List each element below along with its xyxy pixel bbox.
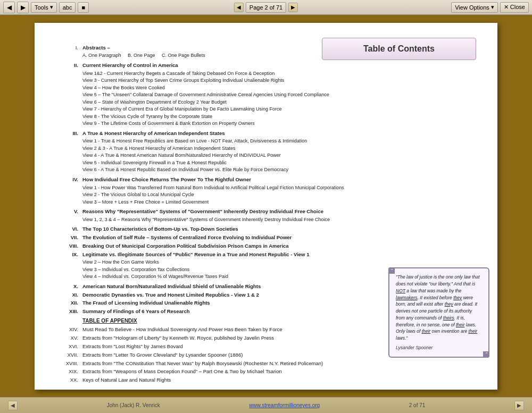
section-iii-title: A True & Honest Hierarchy of American In… xyxy=(82,130,367,137)
quote-they1: they xyxy=(453,295,462,300)
section-xiv-row: XIV. Must Read To Believe - How Individu… xyxy=(56,326,367,333)
view-options-label: View Options xyxy=(455,4,489,11)
section-iii-sub1: View 1 - True & Honest Free Republics ar… xyxy=(56,138,367,145)
section-iv-sub1: View 1 - How Power Was Transferred From … xyxy=(56,184,367,192)
statusbar-author: John (Jack) R. Venrick xyxy=(107,402,160,408)
section-v-sub1: View 1, 2, 3 & 4 – Reasons Why "Represen… xyxy=(56,216,367,224)
appendix-header: TABLE OF APPENDIX xyxy=(82,317,367,325)
section-xiv-num: XIV. xyxy=(56,326,82,333)
quote-lawmakers: lawmakers xyxy=(396,295,418,300)
section-iii-num: III. xyxy=(56,130,82,137)
abc-button[interactable]: abc xyxy=(59,2,76,13)
toolbar: ◀ ▶ Tools ▾ abc ■ ◀ Page 2 of 71 ▶ View … xyxy=(0,0,532,15)
section-xx-num: XX. xyxy=(56,376,82,384)
section-xvii-title: Extracts from "Letter To Grover Clevelan… xyxy=(82,351,367,359)
section-ii-sub7: View 8 - The Vicious Cycle of Tyranny by… xyxy=(56,113,367,121)
section-xi-num: XI. xyxy=(56,291,82,299)
section-xiii-row: XIII. Summary of Findings of 6 Years of … xyxy=(56,308,367,315)
section-iii-row: III. A True & Honest Hierarchy of Americ… xyxy=(56,130,367,137)
section-ii-sub1: View 1&2 - Current Hierarchy Begets a Ca… xyxy=(56,70,367,78)
section-iii-sub4: View 5 - Individual Sovereignty Firewall… xyxy=(56,159,367,167)
quote-box: " "The law of justice is the one only la… xyxy=(388,267,489,357)
section-x-num: X. xyxy=(56,283,82,290)
section-xv-num: XV. xyxy=(56,334,82,342)
section-viii-num: VIII. xyxy=(56,242,82,250)
section-ix-sub2: View 3 – Individual vs. Corporation Tax … xyxy=(56,266,367,274)
section-xviii-title: Extracts from "The CONstitution That Nev… xyxy=(82,360,367,367)
quote-text: "The law of justice is the one only law … xyxy=(396,274,482,342)
quote-their1: their xyxy=(456,322,465,327)
view-options-button[interactable]: View Options ▾ xyxy=(451,2,498,13)
section-v-num: V. xyxy=(56,208,82,215)
section-ix-num: IX. xyxy=(56,251,82,258)
section-ix-title: Legitimate vs. Illegitimate Sources of "… xyxy=(82,251,367,258)
statusbar-prev-btn[interactable]: ◀ xyxy=(8,401,18,410)
section-xviii-num: XVIII. xyxy=(56,360,82,367)
section-viii-title: Breaking Out of Municipal Corporation Po… xyxy=(82,242,367,250)
section-i-num: I. xyxy=(56,44,82,52)
section-ii-row: II. Current Hierarchy of Control in Amer… xyxy=(56,62,367,69)
section-vi-title: The Top 10 Characteristics of Bottom-Up … xyxy=(82,225,367,233)
section-iii-sub5: View 6 - A True & Honest Republic Based … xyxy=(56,166,367,174)
section-i-sub: A. One Paragraph B. One Page C. One Page… xyxy=(56,52,367,60)
section-ix-sub1: View 2 – How the Con Game Works xyxy=(56,259,367,266)
section-xx-title: Keys of Natural Law and Natural Rights xyxy=(82,376,367,384)
quote-their3: their xyxy=(469,328,478,334)
section-viii-row: VIII. Breaking Out of Municipal Corporat… xyxy=(56,242,367,250)
quote-not: NOT xyxy=(396,288,405,293)
statusbar: ◀ John (Jack) R. Venrick www.streamformi… xyxy=(0,397,532,413)
toolbar-right: View Options ▾ ✕ Close xyxy=(451,2,529,13)
section-xv-title: Extracts from "Hologram of Liberty" by K… xyxy=(82,334,367,342)
quote-corner-tl: " xyxy=(388,267,395,274)
quote-their2: their xyxy=(422,328,431,334)
statusbar-nav-right: ▶ xyxy=(514,401,524,410)
close-label: ✕ Close xyxy=(504,4,525,11)
extra-tool-button[interactable]: ■ xyxy=(78,2,89,13)
section-xvi-num: XVI. xyxy=(56,343,82,350)
section-xvi-title: Extracts from "Lost Rights" by James Bov… xyxy=(82,343,367,350)
quote-they2: they xyxy=(445,301,453,307)
section-xx-row: XX. Keys of Natural Law and Natural Righ… xyxy=(56,376,367,384)
forward-icon[interactable]: ▶ xyxy=(17,2,29,13)
section-xi-row: XI. Democratic Dynasties vs. True and Ho… xyxy=(56,291,367,299)
section-iv-num: IV. xyxy=(56,176,82,183)
toolbar-left: ◀ ▶ Tools ▾ abc ■ xyxy=(3,2,449,13)
view-options-arrow: ▾ xyxy=(491,4,494,11)
statusbar-next-btn[interactable]: ▶ xyxy=(514,401,524,410)
page-info: Page 2 of 71 xyxy=(246,2,286,13)
section-ix-sub3: View 4 – Individual vs. Corporation % of… xyxy=(56,273,367,281)
statusbar-link[interactable]: www.streamformillioneyes.org xyxy=(249,402,320,408)
section-xii-row: XII. The Fraud of Licensing Individual U… xyxy=(56,299,367,307)
tools-button[interactable]: Tools ▾ xyxy=(31,2,57,13)
close-button[interactable]: ✕ Close xyxy=(500,2,529,13)
section-i-row: I. Abstracts – xyxy=(56,44,367,52)
main-area: Table of Contents I. Abstracts – A. One … xyxy=(0,15,532,397)
section-vii-num: VII. xyxy=(56,234,82,241)
back-icon[interactable]: ◀ xyxy=(3,2,15,13)
abc-label: abc xyxy=(63,4,72,11)
next-page-btn[interactable]: ▶ xyxy=(288,3,298,12)
section-x-row: X. American Natural Born/Naturalized Ind… xyxy=(56,283,367,290)
section-xii-title: The Fraud of Licensing Individual Unalie… xyxy=(82,299,367,307)
section-ii-title: Current Hierarchy of Control in America xyxy=(82,62,367,69)
section-xvii-num: XVII. xyxy=(56,351,82,359)
section-ii-sub4: View 5 – The "Unseen" Collateral Damage … xyxy=(56,91,367,99)
section-xviii-row: XVIII. Extracts from "The CONstitution T… xyxy=(56,360,367,367)
section-xii-num: XII. xyxy=(56,299,82,307)
document-page: Table of Contents I. Abstracts – A. One … xyxy=(35,23,497,390)
section-ii-sub5: View 6 – State of Washington Department … xyxy=(56,99,367,106)
section-xiii-num: XIII. xyxy=(56,308,82,315)
tools-label: Tools xyxy=(35,4,48,11)
section-vi-row: VI. The Top 10 Characteristics of Bottom… xyxy=(56,225,367,233)
section-v-row: V. Reasons Why "Representative" Systems … xyxy=(56,208,367,215)
section-xi-title: Democratic Dynasties vs. True and Honest… xyxy=(82,291,367,299)
quote-theirs: theirs xyxy=(443,315,454,321)
quote-corner-br: " xyxy=(483,351,489,358)
section-xix-row: XIX. Extracts from "Weapons of Mass Dece… xyxy=(56,368,367,375)
section-iv-sub2: View 2 - The Vicious Global to Local Mun… xyxy=(56,191,367,199)
section-ii-sub8: View 9 - The Lifetime Costs of Governmen… xyxy=(56,120,367,128)
section-iv-row: IV. How Individual Free Choice Returns T… xyxy=(56,176,367,183)
page-info-text: Page 2 of 71 xyxy=(250,4,282,11)
section-xix-num: XIX. xyxy=(56,368,82,375)
prev-page-btn[interactable]: ◀ xyxy=(234,3,244,12)
